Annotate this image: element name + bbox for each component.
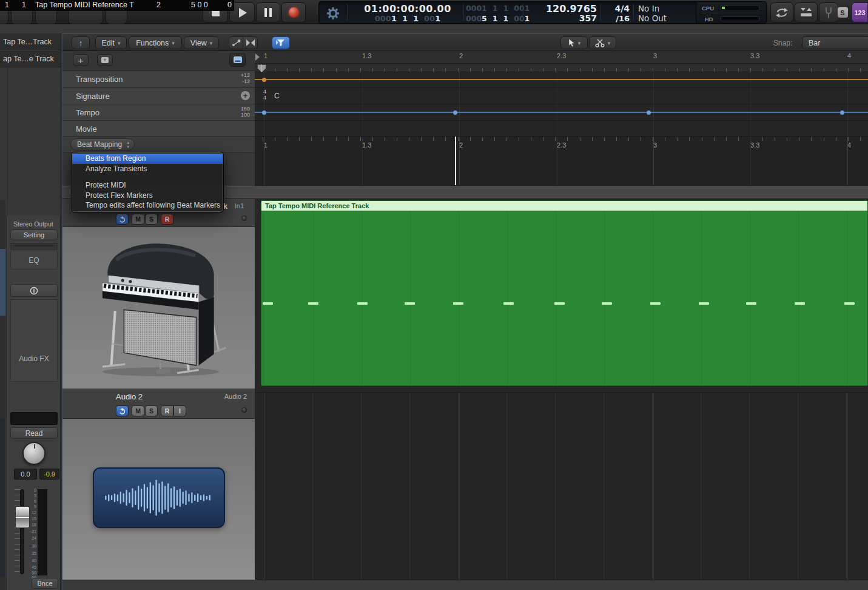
global-track-beat-mapping[interactable]: Beat Mapping ▴▾	[62, 137, 255, 153]
duplicate-track-button[interactable]: +	[97, 54, 113, 66]
secondary-tool-button[interactable]: ▾	[589, 36, 616, 49]
edit-menu-button[interactable]: Edit▾	[95, 36, 127, 49]
pan-value[interactable]: 0.0	[14, 469, 37, 480]
bar-ruler[interactable]: 11.322.333.34	[255, 51, 868, 64]
bounce-button[interactable]: Bnce	[32, 578, 58, 589]
track-on-button[interactable]	[116, 405, 129, 416]
menu-item-protect-midi[interactable]: Protect MIDI	[72, 180, 223, 191]
background-track-row[interactable]: ap Te…e Track	[0, 51, 61, 67]
global-tracks-toggle-button[interactable]	[229, 53, 246, 67]
mute-button[interactable]: M	[132, 214, 144, 225]
audio-track-lane[interactable]	[255, 392, 868, 580]
lcd-position-sub[interactable]: 000111001	[354, 14, 461, 23]
signature-lane[interactable]: 44 C	[255, 88, 868, 104]
functions-menu-button[interactable]: Functions▾	[129, 36, 182, 49]
menu-item-protect-flex-markers[interactable]: Protect Flex Markers	[72, 191, 223, 201]
global-track-label: Movie	[76, 124, 97, 134]
lcd-tempo-sub[interactable]: 357	[525, 13, 597, 23]
lcd-locator-top[interactable]: 000111001	[466, 4, 520, 13]
global-track-movie[interactable]: Movie	[62, 121, 255, 137]
toolbar-button-partial[interactable]	[0, 11, 8, 24]
autopunch-icon	[800, 7, 812, 18]
lcd-division[interactable]: /16	[602, 14, 630, 23]
toolbar-button-partial[interactable]	[11, 11, 33, 24]
mute-button[interactable]: M	[132, 405, 144, 416]
track-input-label: In1	[235, 202, 244, 209]
audio-fx-slot[interactable]: Audio FX	[10, 299, 58, 382]
midi-note	[602, 302, 612, 305]
track-header-2[interactable]: Audio 2 Audio 2 M S R I	[62, 388, 255, 419]
toolbar-button-partial[interactable]	[106, 11, 127, 24]
catch-filter-button[interactable]	[272, 36, 290, 49]
ruler-label: 2.3	[557, 141, 566, 149]
track-on-button[interactable]	[116, 214, 129, 225]
grid-line	[263, 393, 263, 580]
record-button[interactable]	[281, 2, 306, 22]
grid-line	[362, 211, 362, 386]
menu-item-beats-from-region[interactable]: Beats from Region	[72, 154, 223, 164]
cycle-button[interactable]	[770, 2, 793, 22]
autopunch-button[interactable]	[795, 2, 818, 22]
lcd-midi-in[interactable]: No In	[638, 4, 659, 13]
solo-button[interactable]: S	[145, 214, 158, 225]
input-monitor-button[interactable]: I	[173, 405, 186, 416]
key-signature-value: C	[274, 92, 280, 100]
solo-mode-button[interactable]: S	[835, 2, 850, 22]
transposition-lane[interactable]	[255, 72, 868, 88]
track-right-label: Audio 2	[224, 393, 247, 400]
volume-value[interactable]: -0.9	[39, 469, 59, 480]
pointer-tool-button[interactable]: ▾	[560, 36, 588, 49]
grid-line	[409, 393, 410, 580]
activity-indicator	[241, 215, 247, 221]
waveform-icon	[94, 469, 224, 527]
lcd-midi-out[interactable]: No Out	[638, 13, 667, 23]
global-track-tempo[interactable]: Tempo 160100	[62, 104, 255, 121]
automation-select-button[interactable]	[229, 36, 243, 49]
lcd-settings-button[interactable]	[323, 5, 343, 21]
snap-dropdown[interactable]: Bar	[802, 36, 868, 49]
insert-slot[interactable]	[10, 246, 58, 249]
add-track-button[interactable]: +	[73, 54, 89, 66]
midi-note	[453, 302, 463, 305]
back-up-button[interactable]: ↑	[72, 36, 90, 49]
beat-mapping-popup-button[interactable]: Beat Mapping ▴▾	[70, 138, 135, 151]
pause-button[interactable]	[256, 2, 280, 22]
system-load-meters[interactable]: CPU HD	[696, 1, 767, 24]
beat-mapping-lane[interactable]: 11.322.333.34	[255, 137, 868, 186]
movie-lane[interactable]	[255, 121, 868, 137]
background-track-row[interactable]: Tap Te…Track	[0, 33, 61, 50]
toolbar-button-partial[interactable]	[68, 11, 103, 24]
insert-slot[interactable]	[10, 243, 58, 246]
menu-item-tempo-edits[interactable]: Tempo edits affect following Beat Marker…	[72, 200, 223, 211]
tick-strip[interactable]	[255, 64, 868, 72]
global-track-label: Tempo	[76, 108, 99, 117]
stereo-mode-button[interactable]	[10, 284, 58, 297]
flex-button[interactable]	[243, 36, 258, 49]
automation-read-button[interactable]: Read	[10, 427, 58, 439]
add-signature-icon[interactable]: +	[241, 91, 250, 100]
lcd-locator-bottom[interactable]: 000511001	[466, 14, 520, 23]
menu-item-analyze-transients[interactable]: Analyze Transients	[72, 164, 223, 174]
toolbar-button-partial[interactable]	[35, 11, 57, 24]
solo-button[interactable]: S	[145, 405, 158, 416]
count-in-label: 123	[855, 9, 866, 16]
grid-line	[557, 88, 557, 104]
count-in-button[interactable]: 123	[852, 2, 868, 22]
lcd-time-signature[interactable]: 4/4	[602, 4, 630, 13]
record-enable-button[interactable]: R	[161, 405, 173, 416]
tempo-lane[interactable]	[255, 104, 868, 121]
eq-thumbnail[interactable]: EQ	[10, 251, 58, 270]
lcd-smpte-time[interactable]: 01:00:00:00.00	[354, 3, 461, 15]
grid-line	[264, 121, 264, 136]
midi-region[interactable]: Tap Tempo MIDI Reference Track	[261, 200, 868, 386]
horizontal-scrollbar-strip[interactable]	[62, 580, 868, 590]
grid-line	[701, 393, 701, 580]
grid-line	[557, 137, 557, 185]
global-track-transposition[interactable]: Transposition +12-12	[62, 71, 255, 88]
record-enable-button[interactable]: R	[161, 214, 173, 225]
pan-knob[interactable]	[22, 442, 45, 465]
setting-button[interactable]: Setting	[10, 229, 58, 240]
global-track-signature[interactable]: Signature +	[62, 88, 255, 104]
view-menu-button[interactable]: View▾	[184, 36, 219, 49]
cycle-icon	[775, 7, 789, 18]
